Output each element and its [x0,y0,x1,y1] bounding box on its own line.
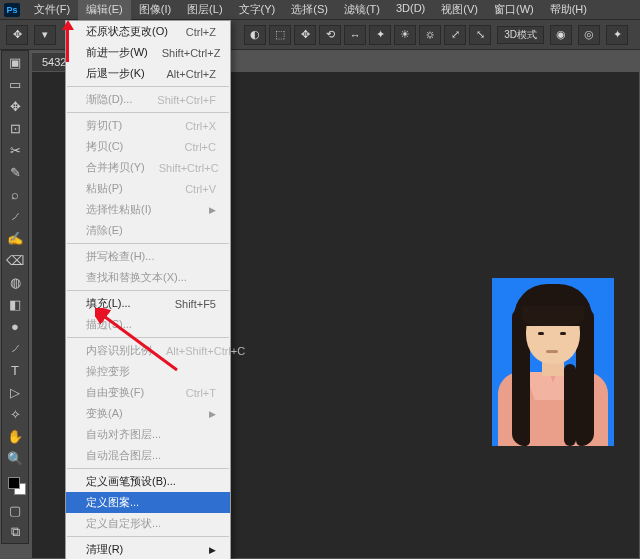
edit-menu-item[interactable]: 定义画笔预设(B)... [66,471,230,492]
ps-logo-icon: Ps [4,3,20,17]
edit-menu-item[interactable]: 前进一步(W)Shift+Ctrl+Z [66,42,230,63]
edit-menu-item: 查找和替换文本(X)... [66,267,230,288]
edit-menu-item: 描边(S)... [66,314,230,335]
edit-menu-item: 定义自定形状... [66,513,230,534]
document-image [492,278,614,446]
edit-menu-item[interactable]: 清理(R)▶ [66,539,230,559]
menu-item[interactable]: 文件(F) [26,0,78,20]
menu-separator [67,536,229,537]
menu-separator [67,112,229,113]
edit-menu-item: 拼写检查(H)... [66,246,230,267]
edit-menu-item: 拷贝(C)Ctrl+C [66,136,230,157]
tool-button[interactable]: ✂ [2,139,28,161]
menu-item[interactable]: 编辑(E) [78,0,131,20]
option-icon[interactable]: ⤡ [469,25,491,45]
tool-panel: ▣▭✥⊡✂✎⌕⟋✍⌫◍◧●⟋T▷✧✋🔍 ▢ ⧉ [1,50,29,544]
tool-button[interactable]: ⌕ [2,183,28,205]
option-icon[interactable]: ⛭ [419,25,441,45]
edit-menu-item: 剪切(T)Ctrl+X [66,115,230,136]
submenu-arrow-icon: ▶ [209,409,216,419]
edit-menu-item: 合并拷贝(Y)Shift+Ctrl+C [66,157,230,178]
tool-button[interactable]: ✍ [2,227,28,249]
menu-item[interactable]: 图像(I) [131,0,179,20]
edit-menu-item: 渐隐(D)...Shift+Ctrl+F [66,89,230,110]
edit-menu-item: 内容识别比例Alt+Shift+Ctrl+C [66,340,230,361]
option-icon[interactable]: ◐ [244,25,266,45]
tool-button[interactable]: ▷ [2,381,28,403]
edit-menu-item[interactable]: 还原状态更改(O)Ctrl+Z [66,21,230,42]
option-icon[interactable]: ⬚ [269,25,291,45]
option-icon[interactable]: ⟲ [319,25,341,45]
tool-button[interactable]: ✎ [2,161,28,183]
edit-menu-item: 自动混合图层... [66,445,230,466]
color-swatch[interactable] [2,469,28,499]
edit-menu-item: 选择性粘贴(I)▶ [66,199,230,220]
tool-button[interactable]: ◍ [2,271,28,293]
tool-button[interactable]: ▭ [2,73,28,95]
menu-item[interactable]: 图层(L) [179,0,230,20]
fg-color-icon [8,477,20,489]
option-icon[interactable]: ✦ [369,25,391,45]
screenmode-icon[interactable]: ⧉ [2,521,28,543]
tool-button[interactable]: ⟋ [2,205,28,227]
edit-menu-item[interactable]: 填充(L)...Shift+F5 [66,293,230,314]
menu-separator [67,290,229,291]
edit-menu-item: 粘贴(P)Ctrl+V [66,178,230,199]
tool-preset-icon[interactable]: ✥ [6,25,28,45]
edit-menu-item[interactable]: 定义图案... [66,492,230,513]
tool-button[interactable]: ✥ [2,95,28,117]
menu-item[interactable]: 视图(V) [433,0,486,20]
option-icon[interactable]: ☀ [394,25,416,45]
mode-3d-label[interactable]: 3D模式 [497,26,544,44]
submenu-arrow-icon: ▶ [209,205,216,215]
quickmask-icon[interactable]: ▢ [2,499,28,521]
tool-button[interactable]: ⌫ [2,249,28,271]
option-icon[interactable]: ↔ [344,25,366,45]
edit-menu-item[interactable]: 后退一步(K)Alt+Ctrl+Z [66,63,230,84]
tool-button[interactable]: ⟋ [2,337,28,359]
edit-menu-dropdown: 还原状态更改(O)Ctrl+Z前进一步(W)Shift+Ctrl+Z后退一步(K… [65,20,231,559]
edit-menu-item: 自动对齐图层... [66,424,230,445]
menu-separator [67,337,229,338]
edit-menu-item: 变换(A)▶ [66,403,230,424]
menu-item[interactable]: 文字(Y) [231,0,284,20]
3d-icon-c[interactable]: ✦ [606,25,628,45]
3d-icon-b[interactable]: ◎ [578,25,600,45]
edit-menu-item: 操控变形 [66,361,230,382]
submenu-arrow-icon: ▶ [209,545,216,555]
tool-button[interactable]: T [2,359,28,381]
tool-button[interactable]: ● [2,315,28,337]
menu-item[interactable]: 3D(D) [388,0,433,20]
tool-button[interactable]: 🔍 [2,447,28,469]
tool-button[interactable]: ✧ [2,403,28,425]
tool-button[interactable]: ✋ [2,425,28,447]
menu-item[interactable]: 选择(S) [283,0,336,20]
menu-item[interactable]: 窗口(W) [486,0,542,20]
menu-item[interactable]: 滤镜(T) [336,0,388,20]
tool-button[interactable]: ◧ [2,293,28,315]
option-icon[interactable]: ✥ [294,25,316,45]
menu-separator [67,468,229,469]
menu-separator [67,86,229,87]
tool-button[interactable]: ▣ [2,51,28,73]
menu-item[interactable]: 帮助(H) [542,0,595,20]
menubar: Ps 文件(F)编辑(E)图像(I)图层(L)文字(Y)选择(S)滤镜(T)3D… [0,0,640,20]
3d-icon-a[interactable]: ◉ [550,25,572,45]
option-icon[interactable]: ⤢ [444,25,466,45]
tool-button[interactable]: ⊡ [2,117,28,139]
option-icon[interactable]: ▾ [34,25,56,45]
edit-menu-item: 清除(E) [66,220,230,241]
edit-menu-item: 自由变换(F)Ctrl+T [66,382,230,403]
menu-separator [67,243,229,244]
